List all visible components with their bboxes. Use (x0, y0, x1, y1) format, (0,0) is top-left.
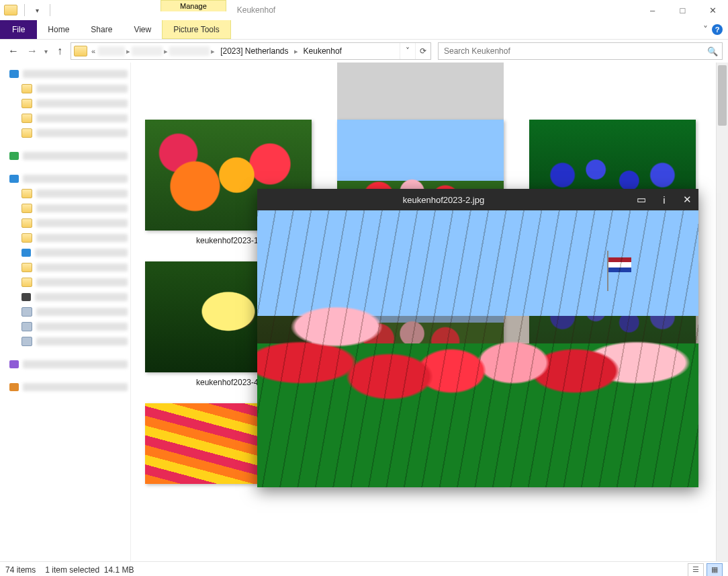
tree-item-redacted[interactable] (35, 293, 128, 301)
folder-icon (21, 189, 32, 198)
folder-icon (21, 278, 32, 287)
title-bar: ▾ Manage Keukenhof – □ ✕ (0, 0, 728, 20)
search-box[interactable]: 🔍 (438, 42, 723, 60)
details-view-button[interactable]: ☰ (688, 563, 704, 577)
tree-icon (21, 293, 31, 301)
ribbon: File Home Share View Picture Tools ˅ ? (0, 20, 728, 40)
preview-titlebar[interactable]: keukenhof2023-2.jpg ▭ i ✕ (257, 189, 698, 210)
navigation-pane[interactable] (0, 63, 131, 561)
tree-item-redacted[interactable] (36, 278, 128, 286)
folder-icon (21, 99, 32, 108)
back-button[interactable]: ← (5, 43, 21, 59)
file-name: keukenhof2023-1. (196, 236, 261, 245)
folder-icon (21, 128, 32, 138)
tree-item-redacted[interactable] (36, 190, 128, 198)
file-name: keukenhof2023-4. (196, 378, 261, 387)
netherlands-flag-icon (608, 257, 631, 272)
folder-icon (21, 263, 32, 272)
preview-window: keukenhof2023-2.jpg ▭ i ✕ (257, 189, 698, 487)
status-item-count: 74 items (5, 565, 36, 575)
breadcrumb-separator-icon: ▸ (210, 47, 216, 56)
tree-item-redacted[interactable] (23, 360, 128, 368)
breadcrumb-separator-icon: ▸ (125, 47, 132, 56)
tree-icon (9, 70, 19, 78)
tree-item-redacted[interactable] (23, 152, 128, 160)
window-title: Keukenhof (237, 5, 275, 15)
tree-icon (9, 383, 19, 391)
minimize-button[interactable]: – (637, 0, 668, 20)
context-tab-manage[interactable]: Manage (161, 0, 226, 11)
breadcrumb-separator-icon: ▸ (163, 47, 169, 56)
vertical-scrollbar[interactable] (716, 63, 728, 561)
address-dropdown-icon[interactable]: ˅ (400, 43, 415, 59)
breadcrumb-separator-icon: ▸ (293, 47, 300, 56)
separator (50, 4, 50, 16)
thumbnails-view-button[interactable]: ▦ (707, 563, 723, 577)
tab-file[interactable]: File (0, 20, 37, 39)
status-bar: 74 items 1 item selected 14.1 MB ☰ ▦ (0, 561, 728, 576)
tree-item-redacted[interactable] (36, 204, 128, 212)
folder-icon (21, 84, 32, 93)
search-icon[interactable]: 🔍 (707, 46, 718, 56)
tree-item-redacted[interactable] (36, 129, 128, 137)
breadcrumb-segment-keukenhof[interactable]: Keukenhof (300, 43, 346, 59)
preview-info-icon[interactable]: i (653, 194, 676, 206)
tree-item-redacted[interactable] (36, 85, 128, 93)
drive-icon (21, 337, 32, 346)
tree-icon (21, 249, 31, 257)
tree-item-redacted[interactable] (23, 383, 128, 391)
folder-icon (21, 218, 32, 228)
folder-icon (74, 46, 87, 56)
drive-icon (21, 322, 32, 331)
breadcrumb-segment-redacted[interactable] (132, 46, 163, 56)
help-icon[interactable]: ? (712, 24, 723, 35)
tree-item-redacted[interactable] (36, 308, 128, 316)
tree-item-redacted[interactable] (36, 263, 128, 272)
status-selection: 1 item selected 14.1 MB (45, 565, 134, 575)
tree-item-redacted[interactable] (35, 249, 128, 257)
tree-item-redacted[interactable] (23, 70, 128, 78)
drive-icon (21, 307, 32, 317)
tree-icon (9, 152, 19, 160)
address-bar[interactable]: « ▸ ▸ ▸ [2023] Netherlands ▸ Keukenhof ˅… (71, 42, 431, 60)
preview-image[interactable] (257, 210, 698, 487)
separator (24, 4, 25, 16)
tree-item-redacted[interactable] (36, 114, 128, 122)
tab-view[interactable]: View (123, 20, 162, 39)
preview-filename: keukenhof2023-2.jpg (257, 195, 630, 205)
ribbon-collapse-icon[interactable]: ˅ (703, 24, 708, 35)
maximize-button[interactable]: □ (668, 0, 698, 20)
tree-icon (9, 360, 19, 368)
overflow-chevron-icon[interactable]: « (89, 47, 98, 55)
navigation-row: ← → ▾ ↑ « ▸ ▸ ▸ [2023] Netherlands ▸ Keu… (0, 40, 728, 63)
breadcrumb-segment-redacted[interactable] (169, 46, 210, 56)
preview-close-icon[interactable]: ✕ (676, 194, 698, 206)
history-dropdown-icon[interactable]: ▾ (43, 48, 49, 55)
qat-dropdown-icon[interactable]: ▾ (32, 7, 43, 14)
breadcrumb-segment-netherlands[interactable]: [2023] Netherlands (216, 43, 292, 59)
breadcrumb-segment-redacted[interactable] (98, 46, 125, 56)
tree-icon (9, 175, 19, 183)
folder-icon (4, 5, 17, 15)
tree-item-redacted[interactable] (36, 234, 128, 242)
close-button[interactable]: ✕ (698, 0, 728, 20)
forward-button[interactable]: → (24, 43, 40, 59)
search-input[interactable] (443, 46, 707, 56)
tree-item-redacted[interactable] (36, 99, 128, 108)
tab-share[interactable]: Share (80, 20, 123, 39)
folder-icon (21, 204, 32, 213)
tree-item-redacted[interactable] (36, 323, 128, 331)
tree-item-redacted[interactable] (23, 175, 128, 183)
tab-picture-tools[interactable]: Picture Tools (162, 20, 230, 39)
up-button[interactable]: ↑ (52, 43, 68, 59)
refresh-icon[interactable]: ⟳ (415, 43, 430, 59)
tab-home[interactable]: Home (37, 20, 80, 39)
folder-icon (21, 114, 32, 123)
folder-icon (21, 233, 32, 243)
tree-item-redacted[interactable] (36, 219, 128, 227)
scrollbar-thumb[interactable] (718, 65, 727, 126)
tree-item-redacted[interactable] (36, 337, 128, 345)
preview-window-mode-icon[interactable]: ▭ (630, 194, 653, 206)
